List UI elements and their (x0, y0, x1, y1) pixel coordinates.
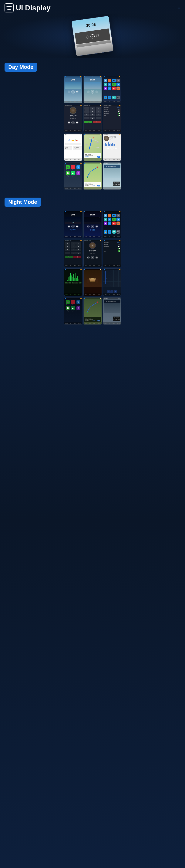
menu-icon[interactable]: ≡ (178, 5, 181, 11)
np-play[interactable]: ▶ (116, 184, 117, 185)
night-cp-podcast[interactable]: 🎙 Podcast (76, 306, 81, 311)
night-cp-msg[interactable]: 💬 Msg (66, 306, 70, 311)
night-key-star[interactable]: * (65, 252, 70, 254)
night-app-14[interactable]: 🔵 (108, 230, 111, 234)
night-end-btn[interactable]: 📵 (74, 256, 81, 258)
night-app-9[interactable]: ◆ (104, 221, 107, 225)
map-go-btn[interactable]: GO (98, 156, 100, 158)
auto-connect-toggle[interactable] (118, 113, 120, 114)
wave-btn-1[interactable]: BASS (65, 282, 68, 284)
night-np-play[interactable]: ▶ (116, 319, 117, 320)
night-next-1[interactable]: ▶▶ (76, 225, 79, 228)
app-10[interactable]: G (108, 87, 111, 90)
night-cp-music[interactable]: ♪ Music (71, 300, 75, 305)
night-cp-maps[interactable]: 🗺 Maps (76, 300, 81, 305)
app-15[interactable]: 🗺 (112, 96, 116, 99)
night-app-2[interactable]: ♪ (108, 214, 111, 217)
end-btn[interactable]: 📵 (93, 121, 101, 123)
night-app-13[interactable]: 📻 (104, 230, 107, 234)
play-btn[interactable]: ⏸ (71, 90, 75, 94)
carplay-spotify[interactable]: ▶ Spotify (71, 171, 75, 177)
night-app-10[interactable]: G (108, 221, 111, 225)
night-play-1[interactable]: ⏸ (71, 225, 75, 228)
night-next-2[interactable]: ▶▶ (95, 225, 98, 228)
key-4[interactable]: 4 (84, 110, 89, 113)
google-search-btn[interactable]: Google Search (64, 147, 72, 150)
night-app-16[interactable]: 📷 (116, 230, 120, 234)
night-key-5[interactable]: 5 (71, 245, 76, 248)
prev-btn-2[interactable]: ◄◄ (87, 91, 90, 93)
app-11[interactable]: ▶ (112, 87, 116, 90)
social-play[interactable]: ▶ (110, 147, 114, 150)
play-btn-2[interactable]: ⏸ (91, 90, 94, 94)
night-key-6[interactable]: 6 (76, 245, 81, 248)
app-4[interactable]: ⚙ (116, 79, 120, 82)
night-app-12[interactable]: 🔊 (116, 221, 120, 225)
key-1[interactable]: 1 (84, 107, 89, 110)
night-prev-1[interactable]: ◄◄ (68, 225, 70, 228)
nav-zoom-out[interactable]: - (110, 290, 113, 293)
np-prev[interactable]: ◄◄ (113, 184, 116, 185)
night-app-8[interactable]: ▶ (116, 218, 120, 221)
night-call-btn[interactable]: 📞 (65, 256, 73, 258)
night-np-prev[interactable]: ◄◄ (113, 319, 116, 320)
app-16[interactable]: 📷 (116, 96, 120, 99)
carplay-maps[interactable]: 🗺 Maps (76, 165, 81, 170)
app-1[interactable]: ✈ (104, 79, 107, 82)
night-np-next[interactable]: ▶▶ (118, 319, 120, 320)
night-auto-answer-toggle[interactable] (118, 246, 120, 247)
call-btn[interactable]: 📞 (84, 121, 92, 123)
night-key-1[interactable]: 1 (65, 242, 70, 245)
carplay-msg[interactable]: 💬 Msg (66, 171, 70, 177)
key-0[interactable]: 0 (90, 117, 95, 119)
night-bt-prev[interactable]: ◄◄ (87, 256, 90, 259)
app-12[interactable]: 🔊 (116, 87, 120, 90)
night-key-8[interactable]: 8 (71, 248, 76, 251)
night-app-3[interactable]: 📷 (112, 214, 116, 217)
nav-zoom-in[interactable]: + (107, 290, 110, 293)
night-app-5[interactable]: ✈ (104, 218, 107, 221)
wave-btn-3[interactable]: HIGH (72, 282, 75, 284)
auto-answer-toggle[interactable] (118, 111, 120, 112)
night-play-2[interactable]: ⏸ (91, 225, 94, 228)
night-power-toggle[interactable] (118, 250, 120, 252)
night-key-2[interactable]: 2 (71, 242, 76, 245)
night-key-hash[interactable]: # (76, 252, 81, 254)
key-7[interactable]: 7 (84, 114, 89, 116)
app-14[interactable]: 🔵 (108, 96, 111, 99)
carplay-podcast[interactable]: 🎙 Podcast (76, 171, 81, 177)
night-auto-connect-toggle[interactable] (118, 248, 120, 249)
night-bt-next[interactable]: ▶▶ (95, 256, 98, 259)
night-key-9[interactable]: 9 (76, 248, 81, 251)
key-8[interactable]: 8 (90, 114, 95, 116)
prev-btn[interactable]: ◄◄ (68, 91, 70, 93)
np-next[interactable]: ▶▶ (118, 184, 120, 185)
key-3[interactable]: 3 (96, 107, 101, 110)
night-app-1[interactable]: ✈ (104, 214, 107, 217)
navi-go[interactable]: GO (98, 185, 100, 186)
wave-btn-2[interactable]: MID (68, 282, 71, 284)
carplay-music[interactable]: ♪ Music (71, 165, 75, 170)
key-2[interactable]: 2 (90, 107, 95, 110)
night-cp-spotify[interactable]: ▶ Spotify (71, 306, 75, 311)
app-2[interactable]: ♪ (108, 79, 111, 82)
bt-next[interactable]: ▶▶ (76, 121, 79, 124)
key-hash[interactable]: # (96, 117, 101, 119)
night-cp-phone[interactable]: 📞 Phone (66, 300, 70, 305)
nav-center[interactable]: ⊕ (114, 290, 117, 293)
night-key-3[interactable]: 3 (76, 242, 81, 245)
night-app-7[interactable]: 📞 (112, 218, 116, 221)
google-lucky-btn[interactable]: I'm Feeling Lucky (73, 147, 82, 150)
social-next[interactable]: ▶▶ (115, 147, 117, 150)
key-9[interactable]: 9 (96, 114, 101, 116)
night-bt-play[interactable]: ⏸ (91, 256, 94, 259)
night-app-6[interactable]: BT (108, 218, 111, 221)
night-key-7[interactable]: 7 (65, 248, 70, 251)
wave-btn-5[interactable]: EQ (79, 282, 82, 284)
app-5[interactable]: ✈ (104, 83, 107, 86)
app-13[interactable]: 📻 (104, 96, 107, 99)
night-key-4[interactable]: 4 (65, 245, 70, 248)
night-key-0[interactable]: 0 (71, 252, 76, 254)
bt-prev[interactable]: ◄◄ (68, 121, 70, 124)
night-app-4[interactable]: ⚙ (116, 214, 120, 217)
